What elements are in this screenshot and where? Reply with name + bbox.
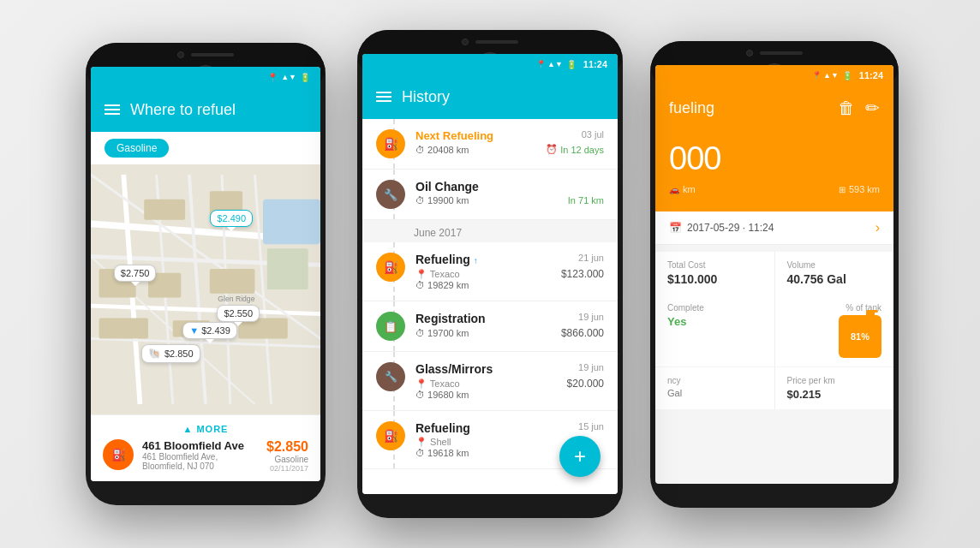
price-bubble-shell[interactable]: 🐚 $2.850 [141,344,200,363]
bottom-row: ncy Gal Price per km $0.215 [655,367,893,409]
glass-title: Glass/Mirrors [415,362,493,376]
station-name: 461 Bloomfield Ave [142,439,258,452]
price-bubble-4[interactable]: ▼ $2.439 [182,322,237,339]
refueling-1-icon: ⛽ [376,253,405,282]
section-june-2017: June 2017 [362,220,618,242]
volume-cell: Volume 40.756 Gal [775,252,894,295]
station-logo: ⛽ [103,439,134,470]
camera-center [462,39,469,45]
detail-arrow[interactable]: › [875,220,880,235]
price-bubble-3[interactable]: $2.550 [217,305,260,322]
app-title-right: fueling [669,99,828,117]
menu-icon-left[interactable] [105,104,120,115]
next-refueling-title: Next Refueling [415,129,493,142]
fab-button[interactable]: + [559,436,601,477]
efficiency-cell: ncy Gal [655,367,774,409]
next-refueling-km: ⏱ 20408 km [415,145,469,155]
history-item-registration[interactable]: 📋 Registration 19 jun ⏱ 19700 km $866.00… [362,301,618,352]
refueling-2-icon: ⛽ [376,421,405,450]
history-item-glass[interactable]: 🔧 Glass/Mirrors 19 jun 📍 Texaco $20.000 … [362,352,618,411]
filter-gasoline[interactable]: Gasoline [105,139,169,158]
complete-value: Yes [667,315,762,328]
app-bar-center: History [362,74,618,119]
screen-left: 📍▲▼🔋 Where to refuel Gasoline [91,67,320,481]
refueling-1-date: 21 jun [578,253,604,263]
refueling-1-amount: $123.000 [561,268,604,280]
price-per-km-label: Price per km [787,376,882,385]
detail-date-row: 📅 2017-05-29 · 11:24 [669,222,774,234]
status-icons-center: 📍 ▲▼ 🔋 11:24 [536,59,607,69]
price-bubble-1[interactable]: $2.490 [210,210,253,227]
status-icons-left: 📍▲▼🔋 [267,73,310,82]
total-cost-label: Total Cost [667,260,762,270]
more-button[interactable]: ▲ MORE [103,424,308,439]
phone-left: 📍▲▼🔋 Where to refuel Gasoline [86,43,326,505]
status-bar-left: 📍▲▼🔋 [91,67,320,87]
oil-change-icon: 🔧 [376,180,405,209]
phone-center: 📍 ▲▼ 🔋 11:24 History [357,30,623,518]
bottom-metrics: Complete Yes % of tank 81% [655,295,893,366]
filter-bar: Gasoline [91,132,320,164]
detail-stat-range: ⊞ 593 km [839,184,880,194]
glass-date: 19 jun [578,362,604,372]
map-area[interactable]: Glen Ridge $2.490 $2.750 $2.550 ▼ $2.439… [91,164,320,414]
svg-rect-21 [263,200,320,245]
station-price: $2.850 [266,439,308,455]
refueling-2-location: 📍 Shell [415,437,451,448]
delete-icon[interactable]: 🗑 [838,98,855,118]
speaker-left [191,53,234,57]
edit-icon[interactable]: ✏ [865,98,880,118]
registration-content: Registration 19 jun ⏱ 19700 km $866.000 [415,312,604,339]
glass-icon: 🔧 [376,362,405,391]
total-cost-value: $110.000 [667,272,762,286]
history-item-next-refueling[interactable]: ⛽ Next Refueling 03 jul ⏱ 20408 km ⏰ In … [362,119,618,170]
registration-km: ⏱ 19700 km [415,328,469,338]
history-item-oil-change[interactable]: 🔧 Oil Change ⏱ 19900 km In 71 km [362,170,618,220]
detail-stat-km: 🚗 km [669,184,696,194]
next-refueling-date: 03 jul [582,129,604,140]
detail-range: 593 km [849,184,880,194]
screen-center: 📍 ▲▼ 🔋 11:24 History [362,54,618,494]
refueling-1-content: Refueling ↑ 21 jun 📍 Texaco $123.000 ⏱ 1… [415,253,604,290]
next-refueling-days: ⏰ In 12 days [546,144,604,155]
efficiency-label: ncy [667,376,762,385]
station-row: ⛽ 461 Bloomfield Ave 461 Bloomfield Ave,… [103,439,308,473]
registration-icon: 📋 [376,312,405,341]
history-item-refueling-1[interactable]: ⛽ Refueling ↑ 21 jun 📍 Texaco $123.000 [362,242,618,301]
oil-change-header: Oil Change [415,180,604,194]
glass-header: Glass/Mirrors 19 jun [415,362,604,376]
price-per-km-cell: Price per km $0.215 [775,367,894,409]
detail-km-label: km [683,184,696,194]
svg-rect-16 [210,269,255,294]
price-per-km-value: $0.215 [787,388,882,401]
glass-sub: 📍 Texaco $20.000 [415,378,604,390]
scene: 📍▲▼🔋 Where to refuel Gasoline [0,0,980,548]
refueling-1-km: ⏱ 19829 km [415,280,604,290]
glass-content: Glass/Mirrors 19 jun 📍 Texaco $20.000 ⏱ … [415,362,604,400]
registration-amount: $866.000 [561,327,604,339]
registration-title: Registration [415,312,486,325]
complete-cell: Complete Yes [655,295,774,366]
station-fuel: Gasoline [266,455,308,464]
screen-right: 📍 ▲▼ 🔋 11:24 fueling 🗑 ✏ 000 [655,65,893,484]
station-address: 461 Bloomfield Ave, Bloomfield, NJ 070 [142,452,258,471]
detail-big-number: 000 [669,140,880,177]
next-refueling-sub: ⏱ 20408 km ⏰ In 12 days [415,144,604,155]
refueling-1-title: Refueling ↑ [415,253,478,266]
registration-date: 19 jun [578,312,604,322]
status-time-right: 11:24 [859,70,883,80]
svg-rect-12 [144,200,185,220]
price-bubble-2[interactable]: $2.750 [114,265,157,282]
menu-icon-center[interactable] [376,92,391,102]
status-time-center: 11:24 [583,59,607,69]
refueling-1-location: 📍 Texaco [415,269,460,280]
glass-amount: $20.000 [567,378,604,390]
refueling-2-title: Refueling [415,421,470,435]
bottom-card: ▲ MORE ⛽ 461 Bloomfield Ave 461 Bloomfie… [91,414,320,481]
oil-change-sub: ⏱ 19900 km In 71 km [415,195,604,206]
app-title-left: Where to refuel [130,101,307,119]
metrics-grid: Total Cost $110.000 Volume 40.756 Gal [655,252,893,295]
camera-left [177,51,184,58]
app-bar-left: Where to refuel [91,87,320,132]
station-info: 461 Bloomfield Ave 461 Bloomfield Ave, B… [142,439,258,471]
